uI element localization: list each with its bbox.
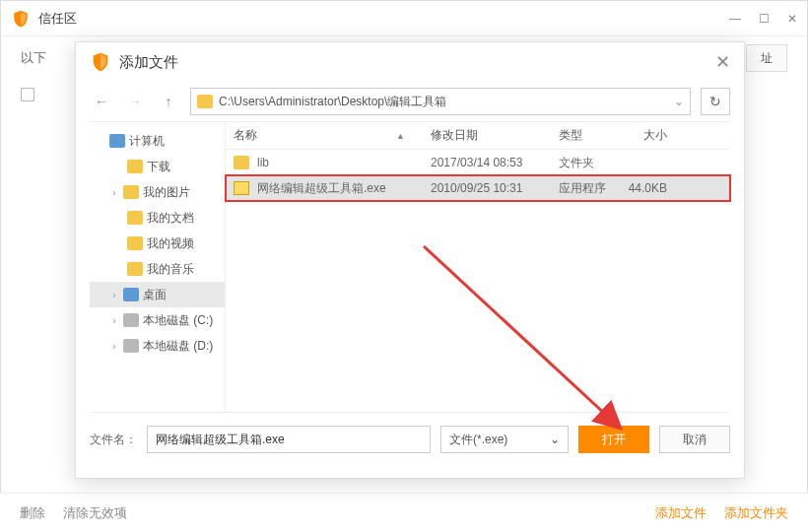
tree-item[interactable]: 计算机 — [90, 128, 225, 154]
clear-invalid-link[interactable]: 清除无效项 — [63, 504, 127, 522]
col-date-header[interactable]: 修改日期 — [423, 127, 551, 144]
dialog-titlebar: 添加文件 ✕ — [76, 42, 744, 82]
file-icon — [234, 181, 249, 195]
dialog-title: 添加文件 — [119, 53, 715, 72]
file-type: 文件夹 — [551, 155, 616, 171]
folder-icon — [197, 95, 213, 108]
delete-link[interactable]: 删除 — [20, 504, 45, 522]
expand-icon: › — [109, 290, 119, 300]
col-size-header[interactable]: 大小 — [616, 127, 675, 144]
file-type: 应用程序 — [551, 180, 616, 197]
tree-item[interactable]: ›本地磁盘 (C:) — [90, 307, 225, 333]
cancel-button[interactable]: 取消 — [659, 426, 730, 453]
expand-icon: › — [109, 341, 119, 352]
tree-icon — [123, 339, 139, 353]
col-name-header[interactable]: 名称▲ — [226, 127, 423, 144]
tree-item[interactable]: 下载 — [90, 154, 225, 179]
main-footer: 删除 清除无效项 添加文件 添加文件夹 — [0, 493, 808, 532]
minimize-button[interactable]: — — [729, 12, 741, 26]
refresh-button[interactable]: ↻ — [701, 88, 730, 115]
filename-input[interactable] — [147, 426, 431, 453]
file-name: lib — [257, 156, 269, 169]
filename-label: 文件名： — [90, 432, 137, 448]
file-date: 2017/03/14 08:53 — [423, 156, 551, 169]
folder-tree: 计算机下载›我的图片我的文档我的视频我的音乐›桌面›本地磁盘 (C:)›本地磁盘… — [90, 122, 226, 412]
toolbar-label: 以下 — [21, 49, 46, 67]
tree-icon — [127, 236, 143, 250]
tree-label: 我的音乐 — [147, 261, 194, 278]
select-all-checkbox[interactable] — [21, 88, 34, 101]
tree-label: 下载 — [147, 159, 170, 175]
dialog-shield-icon — [90, 51, 111, 73]
tree-icon — [123, 288, 139, 301]
tree-item[interactable]: ›桌面 — [90, 282, 225, 307]
filter-text: 文件(*.exe) — [449, 432, 507, 448]
file-row[interactable]: 网络编辑超级工具箱.exe 2010/09/25 10:31 应用程序 44.0… — [226, 175, 730, 201]
tree-label: 我的视频 — [147, 235, 194, 252]
file-size: 44.0KB — [616, 181, 675, 195]
main-titlebar: 信任区 — ☐ ✕ — [1, 1, 807, 36]
expand-icon: › — [109, 187, 119, 198]
address-button[interactable]: 址 — [746, 44, 787, 72]
file-name: 网络编辑超级工具箱.exe — [257, 180, 386, 197]
tree-item[interactable]: ›本地磁盘 (D:) — [90, 333, 225, 359]
file-list: 名称▲ 修改日期 类型 大小 lib 2017/03/14 08:53 文件夹 … — [226, 122, 730, 412]
file-row[interactable]: lib 2017/03/14 08:53 文件夹 — [226, 150, 730, 175]
tree-label: 我的图片 — [143, 184, 190, 201]
sort-asc-icon: ▲ — [396, 131, 405, 141]
nav-row: ← → ↑ C:\Users\Administrator\Desktop\编辑工… — [76, 82, 744, 121]
path-text: C:\Users\Administrator\Desktop\编辑工具箱 — [219, 94, 446, 110]
back-button[interactable]: ← — [90, 90, 113, 113]
tree-icon — [123, 313, 139, 327]
tree-label: 本地磁盘 (C:) — [143, 312, 213, 329]
tree-label: 本地磁盘 (D:) — [143, 338, 213, 355]
tree-icon — [127, 262, 143, 276]
add-file-link[interactable]: 添加文件 — [655, 504, 707, 522]
maximize-button[interactable]: ☐ — [759, 12, 770, 26]
app-shield-icon — [11, 9, 31, 29]
tree-item[interactable]: 我的视频 — [90, 231, 225, 256]
chevron-down-icon: ⌄ — [550, 432, 560, 446]
file-filter-select[interactable]: 文件(*.exe) ⌄ — [440, 426, 569, 453]
open-button[interactable]: 打开 — [578, 426, 649, 453]
file-date: 2010/09/25 10:31 — [423, 181, 551, 195]
expand-icon: › — [109, 315, 119, 326]
add-file-dialog: 添加文件 ✕ ← → ↑ C:\Users\Administrator\Desk… — [75, 41, 745, 479]
main-window-title: 信任区 — [38, 10, 729, 28]
add-folder-link[interactable]: 添加文件夹 — [724, 504, 788, 522]
tree-label: 桌面 — [143, 287, 167, 303]
tree-icon — [127, 211, 143, 225]
tree-icon — [123, 185, 139, 199]
tree-label: 我的文档 — [147, 210, 194, 227]
tree-icon — [109, 134, 125, 148]
tree-item[interactable]: 我的文档 — [90, 205, 225, 231]
dialog-close-button[interactable]: ✕ — [715, 51, 730, 73]
col-type-header[interactable]: 类型 — [551, 127, 616, 144]
tree-label: 计算机 — [129, 133, 165, 150]
up-button[interactable]: ↑ — [157, 90, 180, 113]
file-list-header: 名称▲ 修改日期 类型 大小 — [226, 122, 730, 150]
tree-item[interactable]: ›我的图片 — [90, 179, 225, 205]
close-button[interactable]: ✕ — [787, 12, 797, 26]
tree-item[interactable]: 我的音乐 — [90, 256, 225, 282]
dialog-footer: 文件名： 文件(*.exe) ⌄ 打开 取消 — [76, 413, 744, 466]
forward-button[interactable]: → — [123, 90, 147, 113]
tree-icon — [127, 160, 143, 173]
chevron-down-icon[interactable]: ⌄ — [674, 95, 684, 108]
path-box[interactable]: C:\Users\Administrator\Desktop\编辑工具箱 ⌄ — [190, 88, 691, 115]
file-icon — [234, 156, 249, 169]
